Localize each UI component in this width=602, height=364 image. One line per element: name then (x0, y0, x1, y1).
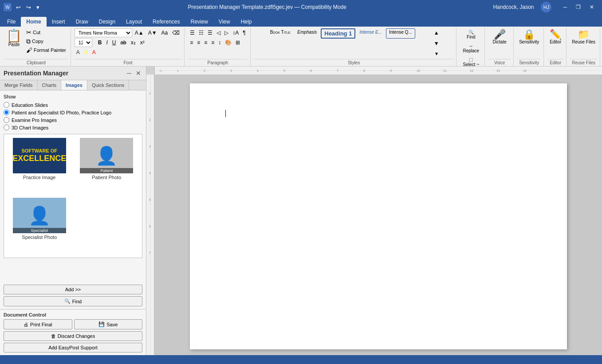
discard-changes-button[interactable]: 🗑 Discard Changes (4, 331, 142, 341)
ruler-area: -1 1 2 3 4 5 6 7 8 9 10 11 12 13 14 (146, 67, 602, 74)
style-book-title[interactable]: Book Title (267, 28, 294, 39)
tab-design[interactable]: Design (94, 17, 121, 27)
print-final-button[interactable]: 🖨 Print Final (4, 319, 72, 329)
format-painter-button[interactable]: 🖌 Format Painter (24, 46, 68, 54)
multilevel-button[interactable]: ☰ (206, 28, 214, 37)
reuse-files-button[interactable]: 📁 Reuse Files (570, 28, 597, 46)
strikethrough-button[interactable]: ab (118, 38, 128, 47)
tab-merge-fields[interactable]: Merge Fields (0, 80, 38, 90)
specialist-image-item[interactable]: 👤 Specialist Specialist Photo (8, 198, 71, 254)
patient-image-item[interactable]: 👤 Patient Patient Photo (75, 138, 139, 194)
dictate-button[interactable]: 🎤 Dictate (488, 28, 511, 46)
save-button[interactable]: 💾 Save (74, 319, 143, 329)
borders-button[interactable]: ⊞ (234, 38, 242, 47)
align-right-button[interactable]: ≡ (202, 38, 209, 47)
line-spacing-button[interactable]: ↕ (216, 38, 223, 47)
sidebar-close-button[interactable]: ✕ (134, 69, 142, 77)
copy-button[interactable]: ⧉ Copy (24, 37, 68, 45)
shrink-font-button[interactable]: A▼ (146, 28, 159, 37)
find-button[interactable]: 🔍 Find (460, 28, 482, 41)
numbering-button[interactable]: ☷ (197, 28, 205, 37)
style-intense-q[interactable]: Intense Q... (386, 28, 415, 39)
bold-button[interactable]: B (96, 38, 104, 47)
close-button[interactable]: ✕ (585, 2, 598, 12)
practice-image-item[interactable]: SOFTWARE OF EXCELLENCE Practice Image (8, 138, 71, 194)
document-page[interactable] (190, 83, 567, 349)
tab-file[interactable]: File (2, 17, 21, 27)
redo-button[interactable]: ↪ (24, 3, 33, 12)
align-left-button[interactable]: ≡ (188, 38, 195, 47)
find-icon: 🔍 (468, 30, 474, 35)
subscript-button[interactable]: x₂ (129, 38, 138, 47)
patient-image-thumb: 👤 Patient (80, 138, 133, 173)
superscript-button[interactable]: x² (138, 38, 146, 47)
document-area[interactable] (154, 74, 602, 355)
replace-button[interactable]: ↔ Replace (460, 42, 482, 55)
styles-group: Book Title Emphasis Heading 1 Intense E.… (252, 27, 457, 66)
sensitivity-button[interactable]: 🔒 Sensitivity (517, 28, 541, 46)
add-easypost-button[interactable]: Add EasyPost Support (4, 343, 142, 352)
tab-help[interactable]: Help (236, 17, 257, 27)
sidebar-tab-bar: Merge Fields Charts Images Quick Section… (0, 80, 146, 90)
add-button[interactable]: Add >> (4, 285, 142, 294)
font-color-button[interactable]: A (90, 48, 98, 57)
undo-button[interactable]: ↩ (14, 3, 23, 12)
app-icon: W (4, 3, 12, 11)
italic-button[interactable]: I (104, 38, 109, 47)
text-effects-button[interactable]: A (75, 48, 82, 57)
decrease-indent-button[interactable]: ◁ (215, 28, 222, 37)
radio-3d-input[interactable] (4, 125, 9, 130)
show-para-marks-button[interactable]: ¶ (241, 28, 247, 37)
tab-draw[interactable]: Draw (71, 17, 94, 27)
tab-charts[interactable]: Charts (38, 80, 61, 90)
specialist-silhouette-icon: 👤 (28, 205, 51, 226)
tab-home[interactable]: Home (21, 17, 46, 27)
cut-button[interactable]: ✂ Cut (24, 28, 68, 36)
tab-view[interactable]: View (213, 17, 236, 27)
paste-button[interactable]: 📋 Paste (4, 28, 24, 48)
grow-font-button[interactable]: A▲ (133, 28, 146, 37)
print-icon: 🖨 (24, 322, 28, 327)
style-emphasis[interactable]: Emphasis (294, 28, 320, 39)
tab-references[interactable]: References (147, 17, 185, 27)
svg-text:1: 1 (149, 92, 151, 95)
radio-patient-input[interactable] (4, 110, 9, 115)
bullets-button[interactable]: ☰ (188, 28, 197, 37)
sort-button[interactable]: ↕A (231, 28, 240, 37)
style-intense-e[interactable]: Intense E... (356, 28, 385, 39)
sidebar-minimize-button[interactable]: ─ (126, 69, 133, 77)
align-center-button[interactable]: ≡ (195, 38, 202, 47)
styles-more[interactable]: ▾ (432, 49, 441, 58)
radio-3d-label: 3D Chart Images (12, 125, 48, 130)
style-heading1[interactable]: Heading 1 (321, 28, 355, 39)
restore-button[interactable]: ❐ (571, 2, 585, 12)
minimize-button[interactable]: ─ (559, 2, 571, 12)
change-case-button[interactable]: Aa (160, 28, 170, 37)
highlight-color-button[interactable]: A (83, 48, 90, 57)
shading-button[interactable]: 🎨 (223, 38, 233, 47)
tab-review[interactable]: Review (185, 17, 213, 27)
tab-layout[interactable]: Layout (121, 17, 147, 27)
svg-text:5: 5 (149, 198, 151, 201)
styles-scroll-up[interactable]: ▲ (432, 28, 441, 37)
patient-image-label: Patient Photo (92, 175, 121, 180)
font-name-select[interactable]: Times New Roma (75, 28, 132, 37)
increase-indent-button[interactable]: ▷ (223, 28, 230, 37)
justify-button[interactable]: ≡ (209, 38, 216, 47)
reuse-group: 📁 Reuse Files Reuse Files (567, 27, 600, 66)
clear-format-button[interactable]: ⌫ (170, 28, 181, 37)
radio-examine-input[interactable] (4, 117, 9, 123)
styles-scroll-down[interactable]: ▼ (432, 39, 441, 48)
vertical-ruler-svg: 1 2 3 4 5 6 7 (146, 74, 154, 355)
editor-button[interactable]: ✏️ Editor (547, 28, 563, 46)
customize-qat-button[interactable]: ▾ (35, 3, 41, 12)
copy-icon: ⧉ (26, 38, 31, 44)
tab-quick-sections[interactable]: Quick Sections (87, 80, 129, 90)
underline-button[interactable]: U (110, 38, 118, 47)
font-size-select[interactable]: 12 (75, 38, 92, 47)
tab-images[interactable]: Images (61, 80, 87, 90)
svg-text:3: 3 (230, 69, 232, 72)
find-sidebar-button[interactable]: 🔍 Find (4, 296, 142, 306)
radio-education-input[interactable] (4, 102, 9, 108)
tab-insert[interactable]: Insert (47, 17, 71, 27)
